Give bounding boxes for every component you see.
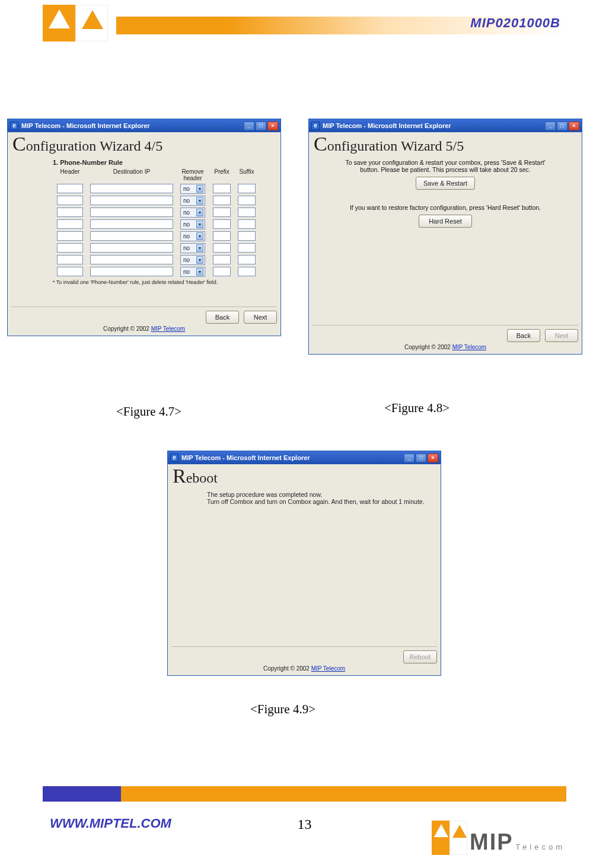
chevron-down-icon: ▾ — [196, 256, 203, 264]
suffix-input[interactable] — [238, 243, 256, 253]
suffix-input[interactable] — [238, 267, 256, 276]
next-button: Next — [545, 329, 578, 342]
maximize-button[interactable]: □ — [256, 122, 266, 130]
window-titlebar[interactable]: MIP Telecom - Microsoft Internet Explore… — [168, 451, 441, 464]
prefix-input[interactable] — [213, 219, 231, 229]
remove-header-select[interactable]: no▾ — [180, 184, 205, 194]
window-titlebar[interactable]: MIP Telecom - Microsoft Internet Explore… — [309, 119, 582, 132]
suffix-input[interactable] — [238, 219, 256, 229]
table-row: no▾ — [53, 267, 277, 277]
remove-header-select[interactable]: no▾ — [180, 196, 205, 206]
minimize-button[interactable]: _ — [244, 122, 254, 130]
remove-header-select[interactable]: no▾ — [180, 267, 205, 277]
page-header: MIP0201000B — [43, 5, 566, 42]
table-row: no▾ — [53, 243, 277, 253]
ie-icon — [170, 454, 178, 462]
prefix-input[interactable] — [213, 231, 231, 241]
reboot-line-2: Turn off Combox and turn on Combox again… — [207, 498, 437, 505]
page-title: Configuration Wizard 4/5 — [12, 136, 277, 154]
copyright-link[interactable]: MIP Telecom — [151, 326, 185, 332]
copyright-line: Copyright © 2002 MIP Telecom — [11, 324, 277, 332]
chevron-down-icon: ▾ — [196, 232, 203, 240]
footer-bar — [43, 786, 566, 802]
prefix-input[interactable] — [213, 255, 231, 264]
footer-url[interactable]: WWW.MIPTEL.COM — [50, 816, 171, 831]
dest-ip-input[interactable] — [90, 219, 173, 229]
prefix-input[interactable] — [213, 267, 231, 276]
maximize-button[interactable]: □ — [416, 454, 426, 462]
save-restart-message: To save your configuration & restart you… — [336, 159, 554, 173]
suffix-input[interactable] — [238, 208, 256, 217]
prefix-input[interactable] — [213, 243, 231, 253]
table-row: no▾ — [53, 184, 277, 194]
chevron-down-icon: ▾ — [196, 244, 203, 252]
window-titlebar[interactable]: MIP Telecom - Microsoft Internet Explore… — [8, 119, 280, 132]
document-code: MIP0201000B — [470, 15, 560, 31]
back-button[interactable]: Back — [507, 329, 540, 342]
remove-header-select[interactable]: no▾ — [180, 243, 205, 253]
prefix-input[interactable] — [213, 196, 231, 205]
page-number: 13 — [298, 816, 312, 832]
dest-ip-input[interactable] — [90, 184, 173, 193]
close-button[interactable]: × — [569, 122, 579, 130]
header-input[interactable] — [57, 219, 83, 229]
suffix-input[interactable] — [238, 184, 256, 193]
header-input[interactable] — [57, 267, 83, 276]
reboot-button: Reboot — [403, 650, 437, 663]
save-restart-button[interactable]: Save & Restart — [416, 177, 475, 190]
header-input[interactable] — [57, 208, 83, 217]
prefix-input[interactable] — [213, 208, 231, 217]
close-button[interactable]: × — [428, 454, 438, 462]
footer-logo-sub: Telecom — [516, 843, 565, 851]
dest-ip-input[interactable] — [90, 243, 173, 253]
section-heading: 1. Phone-Number Rule — [53, 159, 277, 166]
back-button[interactable]: Back — [206, 311, 239, 324]
suffix-input[interactable] — [238, 196, 256, 205]
header-input[interactable] — [57, 196, 83, 205]
dest-ip-input[interactable] — [90, 255, 173, 264]
col-dest-ip: Destination IP — [87, 168, 176, 181]
figure-4-9-caption: <Figure 4.9> — [250, 702, 315, 717]
suffix-input[interactable] — [238, 231, 256, 241]
remove-header-select[interactable]: no▾ — [180, 208, 205, 218]
table-row: no▾ — [53, 208, 277, 218]
next-button[interactable]: Next — [244, 311, 277, 324]
copyright-link[interactable]: MIP Telecom — [452, 344, 486, 350]
copyright-link[interactable]: MIP Telecom — [311, 665, 345, 672]
maximize-button[interactable]: □ — [557, 122, 567, 130]
ie-icon — [10, 122, 18, 130]
header-input[interactable] — [57, 243, 83, 253]
footer-logo-text: MIP — [470, 829, 514, 854]
header-input[interactable] — [57, 255, 83, 264]
col-suffix: Suffix — [234, 168, 259, 181]
header-logo — [43, 5, 108, 42]
page-title: Configuration Wizard 5/5 — [314, 136, 578, 154]
figure-4-7-caption: <Figure 4.7> — [116, 404, 181, 419]
close-button[interactable]: × — [267, 122, 278, 130]
suffix-input[interactable] — [238, 255, 256, 264]
reboot-line-1: The setup procedure was completed now. — [207, 491, 437, 498]
table-row: no▾ — [53, 219, 277, 229]
dest-ip-input[interactable] — [90, 196, 173, 205]
ie-icon — [311, 122, 320, 130]
dest-ip-input[interactable] — [90, 208, 173, 217]
table-row: no▾ — [53, 231, 277, 241]
remove-header-select[interactable]: no▾ — [180, 231, 205, 241]
chevron-down-icon: ▾ — [196, 185, 203, 193]
dest-ip-input[interactable] — [90, 231, 173, 241]
window-title: MIP Telecom - Microsoft Internet Explore… — [323, 122, 451, 129]
dest-ip-input[interactable] — [90, 267, 173, 276]
figure-4-7-window: MIP Telecom - Microsoft Internet Explore… — [7, 119, 281, 336]
remove-header-select[interactable]: no▾ — [180, 255, 205, 265]
prefix-input[interactable] — [213, 184, 231, 193]
header-input[interactable] — [57, 184, 83, 193]
minimize-button[interactable]: _ — [545, 122, 556, 130]
hard-reset-message: If you want to restore factory configura… — [336, 204, 554, 211]
chevron-down-icon: ▾ — [196, 197, 203, 205]
remove-header-select[interactable]: no▾ — [180, 219, 205, 229]
copyright-line: Copyright © 2002 MIP Telecom — [313, 342, 578, 350]
header-input[interactable] — [57, 231, 83, 241]
table-row: no▾ — [53, 255, 277, 265]
hard-reset-button[interactable]: Hard Reset — [419, 215, 472, 228]
minimize-button[interactable]: _ — [404, 454, 414, 462]
